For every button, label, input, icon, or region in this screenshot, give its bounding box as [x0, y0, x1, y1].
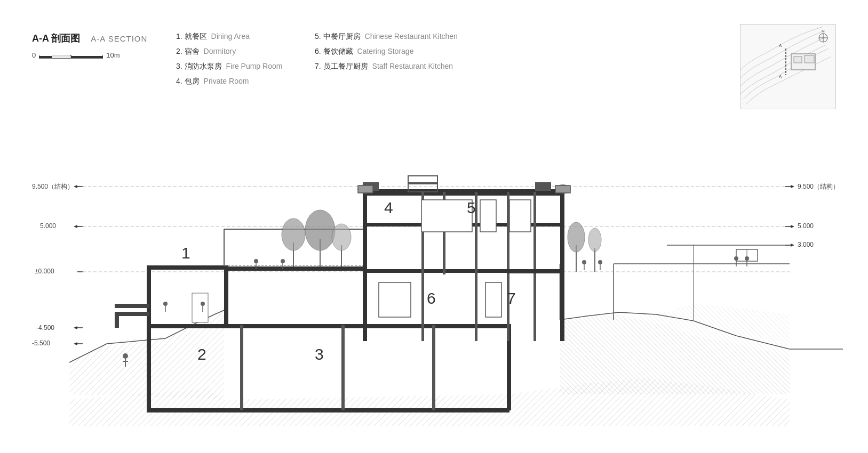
svg-rect-67	[358, 185, 373, 193]
title-en: A-A SECTION	[91, 34, 147, 43]
svg-text:7: 7	[507, 289, 516, 307]
svg-marker-119	[791, 225, 794, 228]
svg-rect-55	[421, 269, 424, 341]
svg-marker-113	[74, 326, 77, 329]
legend-1-en: Dining Area	[211, 32, 250, 42]
legend-item-3: 3. 消防水泵房 Fire Pump Room	[176, 62, 293, 71]
svg-rect-42	[115, 312, 149, 316]
svg-rect-33	[240, 325, 243, 410]
svg-rect-61	[507, 269, 564, 273]
svg-rect-54	[533, 192, 536, 274]
legend-3-num-cn: 3. 消防水泵房	[176, 62, 222, 71]
svg-rect-34	[341, 325, 345, 410]
svg-rect-71	[480, 200, 496, 232]
svg-point-82	[332, 224, 351, 250]
legend-area: 1. 就餐区 Dining Area 5. 中餐厅厨房 Chinese Rest…	[176, 32, 464, 86]
svg-text:N: N	[822, 29, 825, 34]
svg-rect-72	[509, 200, 531, 232]
svg-rect-7	[71, 56, 103, 58]
svg-text:9.500（结构）: 9.500（结构）	[32, 183, 74, 190]
scale-zero: 0	[32, 51, 36, 59]
svg-rect-65	[408, 182, 437, 184]
svg-rect-5	[39, 56, 52, 58]
svg-rect-10	[805, 55, 814, 63]
mini-map: N A A	[740, 24, 836, 109]
svg-point-92	[163, 302, 168, 306]
svg-marker-110	[74, 225, 77, 228]
legend-item-7: 7. 员工餐厅厨房 Staff Restaurant Kitchen	[315, 62, 464, 71]
legend-1-num-cn: 1. 就餐区	[176, 32, 207, 42]
svg-point-87	[254, 259, 258, 263]
svg-point-96	[582, 260, 586, 264]
svg-rect-38	[147, 265, 228, 270]
svg-point-98	[598, 260, 602, 264]
svg-point-100	[123, 353, 128, 359]
svg-text:5.000: 5.000	[40, 222, 56, 230]
svg-marker-115	[74, 342, 77, 345]
svg-rect-40	[115, 304, 149, 308]
svg-text:4: 4	[384, 199, 393, 216]
legend-item-1: 1. 就餐区 Dining Area	[176, 32, 293, 42]
svg-point-80	[305, 210, 335, 250]
svg-rect-60	[224, 266, 228, 328]
legend-7-num-cn: 7. 员工餐厅厨房	[315, 62, 368, 71]
svg-rect-69	[555, 185, 570, 193]
svg-marker-117	[791, 185, 794, 188]
svg-text:A: A	[779, 74, 782, 79]
svg-rect-47	[535, 182, 551, 191]
legend-3-en: Fire Pump Room	[226, 62, 283, 71]
svg-rect-35	[432, 325, 435, 410]
legend-2-num-cn: 2. 宿舍	[176, 47, 200, 56]
legend-item-5: 5. 中餐厅厨房 Chinese Restaurant Kitchen	[315, 32, 464, 42]
svg-text:3.000: 3.000	[798, 241, 814, 248]
svg-point-84	[568, 222, 585, 252]
svg-text:5.000: 5.000	[798, 222, 814, 230]
svg-text:-5.500: -5.500	[32, 339, 50, 347]
svg-rect-39	[147, 324, 228, 328]
svg-text:5: 5	[467, 199, 476, 216]
svg-rect-29	[147, 325, 151, 410]
svg-text:-4.500: -4.500	[36, 324, 54, 331]
legend-item-4: 4. 包房 Private Room	[176, 77, 293, 86]
svg-rect-70	[421, 200, 472, 232]
svg-point-78	[282, 219, 305, 250]
svg-point-90	[281, 259, 285, 263]
svg-rect-59	[224, 266, 367, 271]
legend-item-2: 2. 宿舍 Dormitory	[176, 47, 293, 56]
svg-point-94	[201, 302, 205, 306]
svg-marker-121	[791, 244, 794, 247]
svg-rect-9	[794, 56, 802, 63]
legend-5-en: Chinese Restaurant Kitchen	[365, 32, 458, 42]
scale-bar	[39, 52, 103, 59]
svg-point-86	[588, 228, 601, 252]
drawing-area: 1 2 3 4 5 6 7 9.500（结构） 5.000 ±0.000 -4.…	[0, 160, 868, 442]
svg-text:A: A	[779, 43, 782, 48]
title-cn: A-A 剖面图	[32, 32, 80, 45]
svg-rect-44	[560, 192, 564, 341]
legend-7-en: Staff Restaurant Kitchen	[372, 62, 453, 71]
svg-rect-56	[475, 269, 477, 341]
legend-item-6: 6. 餐饮储藏 Catering Storage	[315, 47, 464, 56]
legend-2-en: Dormitory	[204, 47, 236, 56]
legend-4-en: Private Room	[204, 77, 249, 86]
svg-text:2: 2	[197, 345, 206, 363]
svg-rect-36	[147, 266, 151, 328]
svg-rect-74	[485, 282, 501, 317]
legend-item-empty	[315, 77, 464, 86]
svg-rect-73	[379, 282, 411, 317]
legend-6-en: Catering Storage	[357, 47, 414, 56]
svg-rect-6	[52, 56, 71, 58]
scale-10m: 10m	[106, 51, 120, 59]
svg-rect-75	[192, 293, 208, 322]
legend-5-num-cn: 5. 中餐厅厨房	[315, 32, 361, 42]
legend-6-num-cn: 6. 餐饮储藏	[315, 47, 353, 56]
svg-marker-108	[74, 185, 77, 188]
legend-4-num-cn: 4. 包房	[176, 77, 200, 86]
svg-text:±0.000: ±0.000	[35, 268, 54, 275]
svg-text:3: 3	[315, 345, 324, 363]
svg-text:1: 1	[181, 244, 190, 262]
svg-text:9.500（结构）: 9.500（结构）	[798, 183, 839, 190]
svg-rect-30	[147, 408, 509, 412]
svg-text:6: 6	[427, 289, 436, 307]
svg-rect-58	[533, 269, 536, 341]
